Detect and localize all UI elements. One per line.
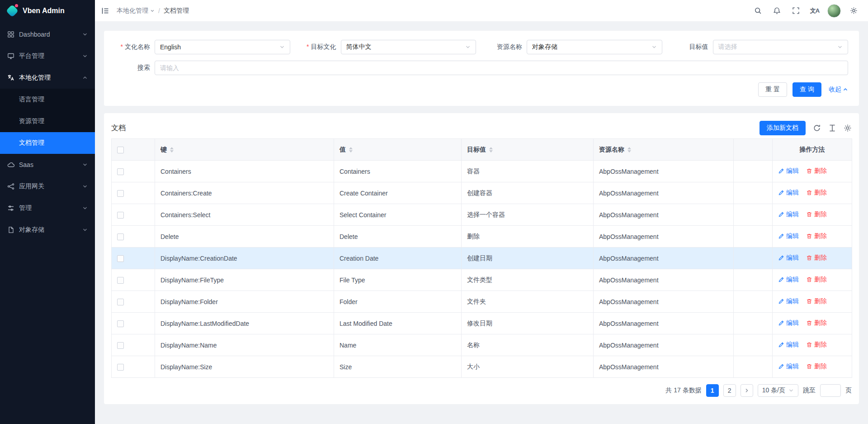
edit-button[interactable]: 编辑 [778, 167, 799, 175]
sidebar-item-label: 本地化管理 [19, 74, 82, 82]
column-header-value[interactable]: 值 [334, 139, 462, 161]
breadcrumb-label: 本地化管理 [117, 7, 148, 15]
row-checkbox[interactable] [117, 299, 124, 305]
row-checkbox[interactable] [117, 168, 124, 175]
culture-name-label: 文化名称 [115, 43, 150, 51]
query-button[interactable]: 查 询 [793, 82, 821, 97]
column-header-target[interactable]: 目标值 [462, 139, 594, 161]
cell-resource-name: AbpOssManagement [594, 248, 734, 269]
cell-resource-name: AbpOssManagement [594, 182, 734, 204]
delete-button[interactable]: 删除 [806, 210, 827, 219]
fullscreen-icon[interactable] [788, 3, 804, 19]
row-checkbox[interactable] [117, 255, 124, 262]
cell-key: Containers:Select [155, 204, 334, 226]
cell-key: Delete [155, 226, 334, 248]
delete-button[interactable]: 删除 [806, 319, 827, 327]
delete-button[interactable]: 删除 [806, 276, 827, 284]
delete-button[interactable]: 删除 [806, 254, 827, 262]
edit-button[interactable]: 编辑 [778, 254, 799, 262]
delete-button[interactable]: 删除 [806, 341, 827, 349]
delete-button[interactable]: 删除 [806, 232, 827, 240]
edit-label: 编辑 [786, 189, 799, 197]
sort-icon[interactable] [489, 147, 493, 152]
page-button-2[interactable]: 2 [723, 384, 736, 397]
jump-page-input[interactable] [820, 384, 841, 397]
sidebar-item-gateway[interactable]: 应用网关 [0, 176, 95, 197]
translate-icon[interactable]: 文A [807, 3, 823, 19]
target-culture-select[interactable]: 简体中文 [341, 40, 476, 54]
target-value-select[interactable]: 请选择 [713, 40, 849, 54]
row-height-icon[interactable] [828, 124, 836, 132]
sidebar-item-dashboard[interactable]: Dashboard [0, 24, 95, 45]
edit-button[interactable]: 编辑 [778, 341, 799, 349]
sidebar-item-resource-management[interactable]: 资源管理 [0, 110, 95, 132]
page-size-select[interactable]: 10 条/页 [758, 384, 798, 397]
field-resource-name: 资源名称 对象存储 [487, 40, 673, 54]
row-checkbox[interactable] [117, 212, 124, 219]
sidebar-item-localization[interactable]: 本地化管理 [0, 67, 95, 89]
page-button-1[interactable]: 1 [706, 384, 719, 397]
delete-button[interactable]: 删除 [806, 297, 827, 305]
delete-label: 删除 [814, 210, 827, 219]
chevron-down-icon [837, 44, 843, 50]
culture-name-select[interactable]: English [155, 40, 290, 54]
app-logo[interactable]: Vben Admin [0, 0, 95, 22]
delete-button[interactable]: 删除 [806, 362, 827, 371]
delete-button[interactable]: 删除 [806, 189, 827, 197]
sort-icon[interactable] [627, 147, 631, 152]
cell-value: Folder [334, 291, 462, 313]
next-page-button[interactable] [741, 384, 753, 397]
refresh-icon[interactable] [813, 124, 821, 132]
resource-name-select[interactable]: 对象存储 [527, 40, 662, 54]
row-checkbox[interactable] [117, 190, 124, 197]
breadcrumb-item-localization[interactable]: 本地化管理 [117, 7, 155, 15]
row-checkbox[interactable] [117, 277, 124, 284]
sidebar-item-manage[interactable]: 管理 [0, 197, 95, 219]
edit-button[interactable]: 编辑 [778, 232, 799, 240]
cell-key: Containers:Create [155, 182, 334, 204]
chevron-down-icon [788, 388, 794, 393]
edit-button[interactable]: 编辑 [778, 362, 799, 371]
edit-button[interactable]: 编辑 [778, 319, 799, 327]
sort-icon[interactable] [170, 147, 174, 152]
sort-icon[interactable] [349, 147, 353, 152]
cell-resource-name: AbpOssManagement [594, 226, 734, 248]
user-avatar[interactable] [827, 4, 841, 18]
column-header-resource[interactable]: 资源名称 [594, 139, 734, 161]
delete-trash-icon [806, 233, 812, 239]
column-label: 资源名称 [599, 146, 624, 154]
edit-button[interactable]: 编辑 [778, 276, 799, 284]
search-input[interactable] [155, 61, 848, 75]
sidebar-item-platform[interactable]: 平台管理 [0, 45, 95, 67]
cell-resource-name: AbpOssManagement [594, 356, 734, 378]
sidebar-item-saas[interactable]: Saas [0, 154, 95, 176]
cell-value: Delete [334, 226, 462, 248]
delete-button[interactable]: 删除 [806, 167, 827, 175]
row-checkbox[interactable] [117, 320, 124, 327]
breadcrumb-item-document: 文档管理 [164, 7, 189, 15]
row-checkbox[interactable] [117, 342, 124, 349]
sidebar-item-object-storage[interactable]: 对象存储 [0, 219, 95, 241]
row-checkbox[interactable] [117, 364, 124, 371]
sidebar-fold-icon[interactable] [101, 7, 109, 15]
collapse-toggle[interactable]: 收起 [829, 86, 848, 94]
search-icon[interactable] [750, 3, 766, 19]
row-checkbox[interactable] [117, 233, 124, 240]
edit-button[interactable]: 编辑 [778, 297, 799, 305]
app-title: Vben Admin [23, 7, 65, 15]
edit-label: 编辑 [786, 210, 799, 219]
column-settings-gear-icon[interactable] [844, 124, 852, 132]
add-document-button[interactable]: 添加新文档 [760, 121, 806, 135]
edit-button[interactable]: 编辑 [778, 210, 799, 219]
reset-button[interactable]: 重 置 [758, 82, 787, 97]
edit-label: 编辑 [786, 341, 799, 349]
sidebar-item-language-management[interactable]: 语言管理 [0, 89, 95, 110]
select-all-checkbox[interactable] [117, 147, 124, 153]
settings-gear-icon[interactable] [845, 3, 862, 19]
cell-key: DisplayName:LastModifiedDate [155, 313, 334, 334]
edit-button[interactable]: 编辑 [778, 189, 799, 197]
edit-label: 编辑 [786, 232, 799, 240]
column-header-key[interactable]: 键 [155, 139, 334, 161]
notification-bell-icon[interactable] [769, 3, 785, 19]
sidebar-item-document-management[interactable]: 文档管理 [0, 132, 95, 154]
